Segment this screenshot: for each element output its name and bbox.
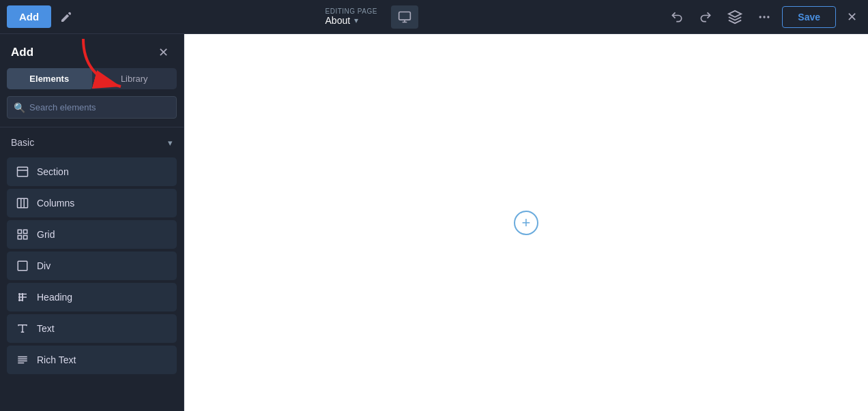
device-toggle[interactable] — [391, 5, 418, 29]
main-content: Add ✕ Elements Library 🔍 Basic ▾ — [0, 34, 868, 411]
element-item-div[interactable]: Div — [7, 252, 177, 280]
tab-library[interactable]: Library — [92, 68, 177, 89]
svg-rect-14 — [18, 261, 27, 271]
element-label-heading: Heading — [37, 292, 72, 303]
canvas-inner: + — [184, 34, 868, 411]
sidebar-title: Add — [11, 46, 33, 59]
monitor-icon — [398, 10, 411, 24]
undo-icon — [670, 10, 684, 24]
sidebar-close-button[interactable]: ✕ — [154, 44, 173, 61]
topbar: Add EDITING PAGE About ▾ — [0, 0, 868, 34]
more-dots-icon — [757, 10, 771, 24]
section-icon — [16, 166, 29, 178]
element-label-section: Section — [37, 166, 69, 177]
element-label-div: Div — [37, 260, 50, 271]
editing-page-label: EDITING PAGE — [326, 7, 377, 15]
layers-icon — [727, 10, 742, 25]
search-input[interactable] — [7, 96, 177, 119]
svg-rect-12 — [24, 236, 27, 239]
editing-page-info[interactable]: EDITING PAGE About ▾ — [326, 7, 377, 26]
element-label-rich-text: Rich Text — [37, 354, 76, 365]
layers-button[interactable] — [723, 5, 747, 29]
editing-page-name: About — [326, 15, 351, 26]
edit-icon-button[interactable] — [55, 6, 77, 28]
close-button[interactable]: ✕ — [843, 5, 861, 29]
svg-marker-1 — [729, 10, 741, 16]
pencil-icon — [59, 10, 73, 24]
columns-icon — [16, 197, 29, 209]
element-label-text: Text — [37, 323, 55, 334]
topbar-right: Save ✕ — [666, 5, 861, 29]
svg-point-2 — [760, 16, 762, 18]
more-options-button[interactable] — [753, 6, 775, 28]
topbar-left: Add — [7, 5, 77, 28]
element-label-grid: Grid — [37, 229, 55, 240]
topbar-center: EDITING PAGE About ▾ — [77, 5, 666, 29]
save-button[interactable]: Save — [782, 6, 836, 28]
svg-rect-7 — [18, 198, 28, 208]
svg-point-4 — [767, 16, 769, 18]
svg-rect-11 — [24, 230, 27, 233]
add-section-button[interactable]: + — [514, 211, 538, 235]
element-list: Section Columns — [0, 155, 184, 377]
editing-page-row: About ▾ — [326, 15, 359, 26]
chevron-down-icon: ▾ — [354, 16, 358, 25]
divider — [0, 127, 184, 127]
svg-rect-13 — [18, 236, 21, 239]
element-item-section[interactable]: Section — [7, 157, 177, 186]
element-item-heading[interactable]: Heading — [7, 283, 177, 311]
text-icon — [16, 322, 29, 335]
sidebar-header: Add ✕ — [0, 34, 184, 68]
sidebar: Add ✕ Elements Library 🔍 Basic ▾ — [0, 34, 184, 411]
canvas-area: + — [184, 34, 868, 411]
element-item-text[interactable]: Text — [7, 314, 177, 343]
element-item-rich-text[interactable]: Rich Text — [7, 346, 177, 374]
div-icon — [16, 260, 29, 272]
redo-button[interactable] — [695, 6, 717, 28]
element-item-grid[interactable]: Grid — [7, 220, 177, 249]
grid-icon — [16, 228, 29, 241]
heading-icon — [16, 291, 29, 303]
svg-rect-10 — [18, 230, 21, 233]
basic-section-label: Basic — [11, 137, 34, 148]
basic-section-chevron-icon: ▾ — [168, 138, 173, 148]
svg-rect-0 — [399, 12, 411, 20]
rich-text-icon — [16, 354, 29, 366]
redo-icon — [699, 10, 712, 24]
undo-button[interactable] — [666, 6, 688, 28]
search-icon: 🔍 — [14, 102, 25, 113]
tab-group: Elements Library — [7, 68, 177, 89]
basic-section-header[interactable]: Basic ▾ — [0, 130, 184, 155]
search-container: 🔍 — [7, 96, 177, 119]
svg-rect-5 — [18, 167, 28, 177]
element-label-columns: Columns — [37, 198, 74, 209]
svg-point-3 — [764, 16, 766, 18]
tab-elements[interactable]: Elements — [7, 68, 92, 89]
add-button[interactable]: Add — [7, 5, 51, 28]
element-item-columns[interactable]: Columns — [7, 189, 177, 217]
